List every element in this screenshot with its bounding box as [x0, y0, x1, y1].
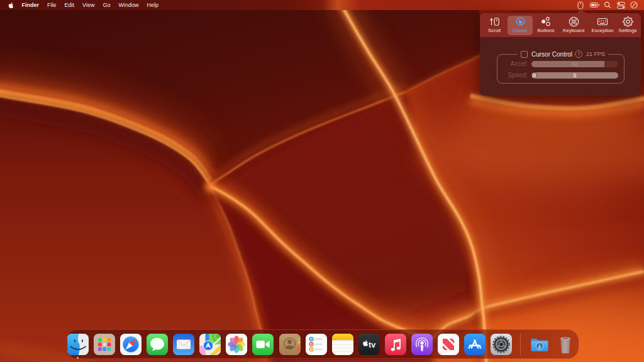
svg-text:tv: tv: [369, 341, 375, 349]
